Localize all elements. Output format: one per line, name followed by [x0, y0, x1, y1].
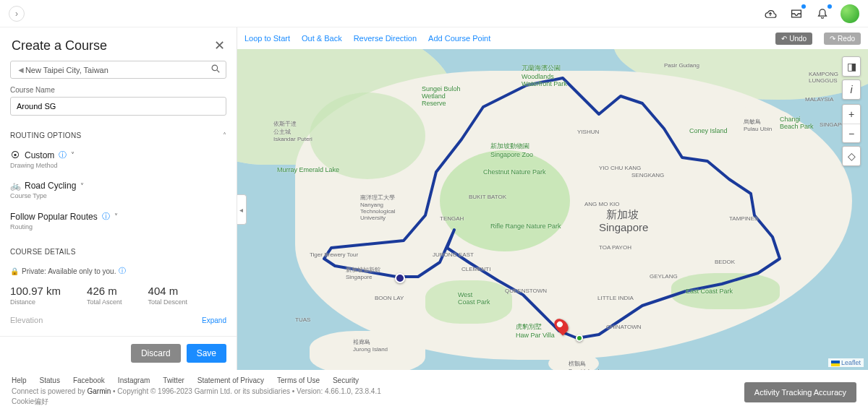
course-name-input[interactable]: [10, 97, 226, 116]
chevron-up-icon: ˄: [223, 131, 226, 139]
footer-link[interactable]: Terms of Use: [277, 376, 320, 384]
close-icon[interactable]: ✕: [214, 38, 225, 53]
leaflet-attribution[interactable]: Leaflet: [828, 358, 864, 367]
map-place-label: MALAYSIA: [805, 96, 833, 103]
map-place-label: 新加坡動物園 Singapore Zoo: [490, 142, 533, 158]
reverse-direction-link[interactable]: Reverse Direction: [354, 34, 417, 43]
cookie-pref-link[interactable]: Cookie偏好: [12, 397, 856, 407]
info-icon[interactable]: ⓘ: [119, 266, 126, 276]
inbox-icon[interactable]: [788, 6, 804, 22]
activity-tracking-button[interactable]: Activity Tracking Accuracy: [744, 382, 856, 402]
route-waypoint-marker[interactable]: [576, 335, 583, 342]
course-name-label: Course Name: [10, 86, 226, 94]
locate-control[interactable]: ◇: [842, 146, 861, 166]
map-place-label: Rifle Range Nature Park: [490, 223, 561, 230]
add-course-point-link[interactable]: Add Course Point: [428, 34, 490, 43]
panel-footer: Discard Save: [0, 336, 237, 370]
map-place-label: GEYLANG: [650, 273, 678, 280]
map-toolbar: Loop to Start Out & Back Reverse Directi…: [237, 27, 868, 49]
course-panel: Create a Course ✕ ◄ Course Name ROUTING …: [0, 27, 237, 370]
map-place-label: Murray Emerald Lake: [277, 166, 339, 173]
locate-icon[interactable]: ◇: [843, 147, 860, 165]
drawing-method-option: ⦿ Custom ⓘ ˅ Drawing Method: [10, 145, 226, 176]
map-canvas[interactable]: ◂ 新加坡 Singapor: [237, 49, 868, 370]
map-place-label: JURONG EAST: [433, 251, 474, 258]
map-place-label: Coney Island: [689, 127, 728, 134]
map-place-label: SENGKANG: [631, 172, 664, 178]
custom-icon: ⦿: [10, 150, 20, 160]
map-place-label: BEDOK: [715, 259, 735, 265]
map-center-label-en: Singapore: [599, 221, 648, 233]
zoom-out-button[interactable]: −: [843, 124, 860, 142]
map-place-label: 南洋理工大學 Nanyang Technological University: [360, 194, 395, 221]
info-icon[interactable]: ⓘ: [102, 211, 110, 222]
cloud-upload-icon[interactable]: [762, 6, 778, 22]
map-place-label: LITTLE INDIA: [597, 295, 634, 301]
search-icon[interactable]: [211, 64, 220, 75]
footer-link[interactable]: Instagram: [118, 376, 150, 384]
out-and-back-link[interactable]: Out & Back: [302, 34, 342, 43]
layers-icon[interactable]: ◨: [843, 57, 860, 76]
map-place-label: TENGAH: [440, 215, 464, 222]
notification-dot: [827, 4, 832, 9]
chevron-down-icon[interactable]: ˅: [71, 151, 75, 159]
undo-icon: ↶: [781, 35, 787, 43]
elevation-row: Elevation Expand: [10, 314, 226, 324]
footer-links: HelpStatusFacebookInstagramTwitterStatem…: [12, 376, 856, 384]
avatar[interactable]: [841, 4, 859, 23]
map-place-label: 烏敏島 Pulau Ubin: [744, 118, 772, 132]
expand-link[interactable]: Expand: [202, 316, 226, 324]
map-place-label: BOON LAY: [375, 295, 404, 301]
routing-options-header[interactable]: ROUTING OPTIONS ˄: [10, 126, 226, 145]
routing-option: Follow Popular Routes ⓘ ˅ Routing: [10, 207, 226, 238]
course-stats: 100.97 km Distance 426 m Total Ascent 40…: [10, 285, 226, 306]
zoom-in-button[interactable]: +: [843, 105, 860, 124]
course-details-header[interactable]: COURSE DETAILS: [10, 242, 226, 262]
footer-link[interactable]: Facebook: [73, 376, 105, 384]
chevron-down-icon[interactable]: ˅: [80, 182, 84, 190]
pin-icon: ◄: [17, 65, 25, 75]
footer-link[interactable]: Status: [40, 376, 60, 384]
map-place-label: TAMPINES: [729, 215, 758, 222]
map-place-label: West Coast Park: [458, 291, 490, 306]
map-place-label: CHINATOWN: [606, 324, 642, 330]
collapse-panel-handle[interactable]: ◂: [237, 194, 247, 225]
stat-distance: 100.97 km Distance: [10, 285, 61, 306]
map-place-label: ANG MO KIO: [584, 201, 619, 207]
map-place-label: Pasir Gudang: [664, 62, 699, 69]
info-icon[interactable]: i: [843, 80, 860, 99]
map-place-label: 兀蘭海濱公園 Woodlands Waterfront Park: [522, 64, 567, 87]
info-control[interactable]: i: [842, 79, 861, 100]
chevron-down-icon[interactable]: ˅: [114, 212, 118, 220]
svg-point-0: [212, 65, 218, 71]
map-place-label: BUKIT BATOK: [469, 194, 506, 200]
map-place-label: TUAS: [295, 316, 310, 323]
map-place-label: Sungei Buloh Wetland Reserve: [422, 85, 461, 107]
course-type-option: 🚲 Road Cycling ˅ Course Type: [10, 176, 226, 207]
footer-link[interactable]: Help: [12, 376, 27, 384]
undo-button[interactable]: ↶Undo: [775, 33, 812, 45]
stat-ascent: 426 m Total Ascent: [87, 285, 122, 306]
top-bar: ›: [0, 0, 868, 27]
map-place-label: 虎豹別墅 Haw Par Villa: [516, 322, 555, 339]
discard-button[interactable]: Discard: [131, 344, 181, 363]
footer-link[interactable]: Statement of Privacy: [197, 376, 264, 384]
redo-button[interactable]: ↷Redo: [824, 33, 861, 45]
zoom-control: + −: [842, 104, 861, 143]
stat-descent: 404 m Total Descent: [148, 285, 188, 306]
cycling-icon: 🚲: [10, 181, 20, 191]
location-search[interactable]: ◄: [10, 61, 226, 79]
redo-icon: ↷: [830, 35, 835, 43]
bell-icon[interactable]: [814, 6, 830, 22]
route-start-marker[interactable]: [395, 273, 405, 283]
loop-to-start-link[interactable]: Loop to Start: [244, 34, 290, 43]
map-center-label-cn: 新加坡: [606, 208, 639, 222]
info-icon[interactable]: ⓘ: [59, 150, 67, 160]
footer-link[interactable]: Security: [333, 376, 359, 384]
footer-link[interactable]: Twitter: [163, 376, 184, 384]
layers-control[interactable]: ◨: [842, 56, 861, 77]
nav-forward-button[interactable]: ›: [9, 6, 25, 22]
search-input[interactable]: [25, 66, 211, 74]
save-button[interactable]: Save: [187, 344, 226, 363]
notification-dot: [801, 4, 806, 9]
